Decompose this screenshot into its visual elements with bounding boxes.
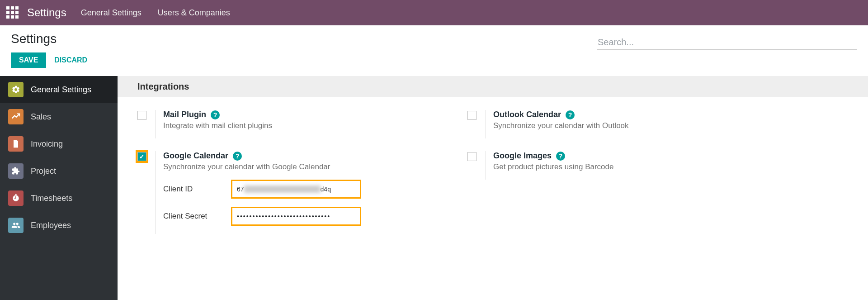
- settings-content: Integrations Mail Plugin ? Integrate wit…: [118, 76, 868, 300]
- setting-title: Google Images: [493, 151, 552, 161]
- sidebar-item-label: Project: [31, 167, 56, 176]
- puzzle-icon: [8, 163, 24, 179]
- help-icon[interactable]: ?: [211, 110, 220, 119]
- setting-desc: Integrate with mail client plugins: [163, 121, 449, 130]
- invoice-icon: [8, 136, 24, 152]
- client-id-suffix: d4q: [321, 186, 331, 193]
- checkbox-google-calendar[interactable]: [137, 152, 146, 161]
- sidebar-item-project[interactable]: Project: [0, 157, 118, 185]
- sidebar-item-label: General Settings: [31, 85, 91, 95]
- client-id-prefix: 67: [237, 186, 244, 193]
- setting-google-images: Google Images ? Get product pictures usi…: [467, 151, 779, 180]
- stopwatch-icon: [8, 190, 24, 206]
- client-id-label: Client ID: [163, 185, 231, 194]
- control-bar: Settings SAVE DISCARD: [0, 25, 868, 76]
- save-button[interactable]: SAVE: [11, 52, 46, 68]
- setting-outlook-calendar: Outlook Calendar ? Synchronize your cale…: [467, 110, 779, 138]
- svg-text:?: ?: [213, 111, 217, 119]
- topbar: Settings General Settings Users & Compan…: [0, 0, 868, 25]
- checkbox-outlook-calendar[interactable]: [467, 111, 476, 120]
- help-icon[interactable]: ?: [556, 152, 565, 161]
- settings-sidebar: General Settings Sales Invoicing Project…: [0, 76, 118, 300]
- breadcrumb: Settings: [11, 32, 94, 46]
- sidebar-item-invoicing[interactable]: Invoicing: [0, 130, 118, 157]
- people-icon: [8, 218, 24, 233]
- chart-icon: [8, 109, 24, 124]
- setting-desc: Get product pictures using Barcode: [493, 162, 779, 171]
- svg-text:?: ?: [559, 152, 563, 160]
- main: General Settings Sales Invoicing Project…: [0, 76, 868, 300]
- sidebar-item-label: Invoicing: [31, 139, 63, 149]
- setting-google-calendar: Google Calendar ? Synchronize your calen…: [137, 151, 449, 234]
- checkbox-mail-plugin[interactable]: [137, 111, 146, 120]
- menu-users-companies[interactable]: Users & Companies: [158, 8, 230, 18]
- svg-text:?: ?: [236, 152, 240, 160]
- apps-icon[interactable]: [6, 6, 19, 19]
- setting-title: Google Calendar: [163, 151, 228, 161]
- discard-button[interactable]: DISCARD: [48, 52, 94, 68]
- client-id-input[interactable]: 67 xxxxxxxxxxxxxxxxxxxxxxx d4q: [231, 180, 361, 199]
- sidebar-item-sales[interactable]: Sales: [0, 103, 118, 130]
- client-secret-value: ••••••••••••••••••••••••••••••: [237, 213, 330, 220]
- client-secret-label: Client Secret: [163, 212, 231, 221]
- client-id-redacted: xxxxxxxxxxxxxxxxxxxxxxx: [244, 186, 321, 193]
- setting-desc: Synchronize your calendar with Google Ca…: [163, 162, 449, 171]
- sidebar-item-employees[interactable]: Employees: [0, 212, 118, 239]
- help-icon[interactable]: ?: [566, 110, 575, 119]
- section-title: Integrations: [118, 76, 868, 97]
- setting-mail-plugin: Mail Plugin ? Integrate with mail client…: [137, 110, 449, 138]
- help-icon[interactable]: ?: [233, 152, 242, 161]
- checkbox-google-images[interactable]: [467, 152, 476, 161]
- setting-desc: Synchronize your calendar with Outlook: [493, 121, 779, 130]
- setting-title: Outlook Calendar: [493, 110, 561, 119]
- sidebar-item-label: Timesheets: [31, 194, 72, 203]
- menu-general-settings[interactable]: General Settings: [81, 8, 142, 18]
- svg-text:?: ?: [568, 111, 572, 119]
- sidebar-item-label: Sales: [31, 112, 51, 122]
- setting-title: Mail Plugin: [163, 110, 206, 119]
- app-title: Settings: [27, 6, 66, 19]
- search-input[interactable]: [597, 35, 857, 50]
- sidebar-item-general-settings[interactable]: General Settings: [0, 76, 118, 103]
- sidebar-item-label: Employees: [31, 221, 71, 230]
- sidebar-item-timesheets[interactable]: Timesheets: [0, 185, 118, 212]
- gear-icon: [8, 82, 24, 97]
- client-secret-input[interactable]: ••••••••••••••••••••••••••••••: [231, 207, 361, 226]
